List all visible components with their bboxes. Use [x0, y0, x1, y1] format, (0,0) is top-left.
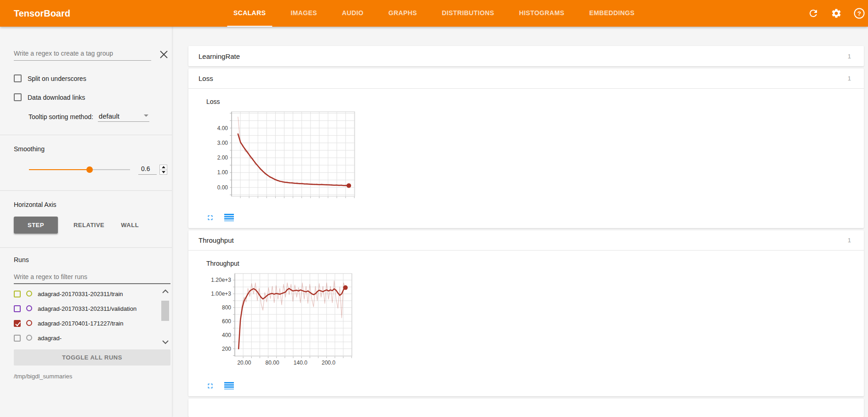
- latest-point-dot: [343, 286, 348, 290]
- runs-scrollbar[interactable]: [160, 287, 171, 346]
- tab-images[interactable]: IMAGES: [284, 0, 323, 27]
- close-icon[interactable]: [159, 50, 168, 61]
- latest-point-dot: [346, 183, 351, 188]
- y-tick-label: 600: [222, 318, 231, 325]
- tab-histograms[interactable]: HISTOGRAMS: [513, 0, 571, 27]
- run-label: adagrad-20170331-202311/validation: [38, 305, 136, 313]
- tag-regex-input[interactable]: [14, 47, 151, 61]
- y-tick-label: 4.00: [217, 125, 228, 131]
- run-label: adagrad-: [38, 334, 62, 343]
- run-list-item[interactable]: adagrad-20170331-202311/validation: [14, 302, 155, 316]
- section-learningrate: LearningRate 1: [188, 46, 864, 66]
- settings-gear-icon[interactable]: [830, 7, 842, 19]
- run-color-radio[interactable]: [26, 291, 32, 297]
- run-checkbox[interactable]: [14, 291, 21, 297]
- toggle-all-runs-button[interactable]: TOGGLE ALL RUNS: [14, 349, 170, 366]
- header-actions: ?: [807, 7, 865, 19]
- expand-chart-icon[interactable]: [206, 214, 214, 222]
- section-loss: Loss 1 Loss 0.001.002.003.004.00: [188, 69, 864, 228]
- run-checkbox[interactable]: [14, 320, 21, 327]
- tab-distributions[interactable]: DISTRIBUTIONS: [435, 0, 500, 27]
- slider-thumb[interactable]: [86, 166, 93, 173]
- section-header[interactable]: Throughput 1: [188, 230, 864, 251]
- app-header: TensorBoard SCALARSIMAGESAUDIOGRAPHSDIST…: [0, 0, 868, 27]
- y-tick-label: 400: [222, 332, 231, 338]
- smoothing-slider-row: [14, 165, 172, 175]
- help-icon[interactable]: ?: [853, 7, 865, 19]
- tooltip-sorting-label: Tooltip sorting method:: [28, 113, 93, 122]
- chart-plot[interactable]: 0.001.002.003.004.00: [206, 109, 359, 200]
- axis-mode-relative-button[interactable]: RELATIVE: [65, 217, 113, 234]
- smoothing-label: Smoothing: [14, 145, 172, 153]
- run-selector-icon[interactable]: [224, 382, 234, 390]
- refresh-icon[interactable]: [807, 7, 819, 19]
- option-label: Split on underscores: [28, 75, 86, 82]
- slider-fill: [29, 169, 90, 170]
- expand-chart-icon[interactable]: [206, 382, 214, 390]
- run-checkbox[interactable]: [14, 335, 21, 342]
- y-tick-label: 800: [222, 304, 231, 311]
- display-options: Split on underscores Data download links…: [14, 74, 172, 122]
- tag-filter-row: [14, 47, 172, 61]
- next-section-card[interactable]: [188, 399, 864, 417]
- chart-actions: [206, 214, 864, 222]
- main-content[interactable]: LearningRate 1 Loss 1 Loss 0.001.002.003…: [172, 27, 868, 417]
- section-body: Throughput 2004006008001.00e+31.20e+320.…: [188, 251, 864, 396]
- tab-embeddings[interactable]: EMBEDDINGS: [583, 0, 641, 27]
- runs-regex-input[interactable]: [14, 271, 170, 284]
- stepper-up-icon[interactable]: [160, 165, 167, 170]
- stepper-down-icon[interactable]: [160, 170, 167, 175]
- tab-audio[interactable]: AUDIO: [335, 0, 370, 27]
- run-color-radio[interactable]: [26, 305, 32, 311]
- section-title: Throughput: [199, 236, 234, 244]
- smoothing-section: Smoothing: [14, 135, 172, 175]
- horizontal-axis-label: Horizontal Axis: [14, 201, 172, 208]
- run-list-item[interactable]: adagrad-20170331-202311/train: [14, 287, 155, 302]
- run-selector-icon[interactable]: [224, 214, 234, 222]
- scalar-sections: LearningRate 1 Loss 1 Loss 0.001.002.003…: [188, 46, 864, 417]
- run-color-radio[interactable]: [26, 320, 32, 326]
- run-checkbox[interactable]: [14, 305, 21, 312]
- section-header[interactable]: Loss 1: [188, 69, 864, 89]
- y-tick-label: 200: [222, 346, 231, 352]
- run-label: adagrad-20170331-202311/train: [38, 290, 123, 298]
- series-smoothed: [238, 288, 346, 349]
- svg-text:?: ?: [857, 10, 861, 17]
- data-download-links-option[interactable]: Data download links: [14, 93, 172, 101]
- tooltip-sorting-dropdown[interactable]: default: [98, 112, 149, 122]
- scroll-down-icon[interactable]: [161, 338, 170, 346]
- option-label: Data download links: [28, 94, 85, 101]
- dropdown-value: default: [99, 112, 119, 120]
- runs-filter-row: [14, 271, 172, 284]
- y-tick-label: 0.00: [217, 184, 228, 191]
- chart-card: Throughput 2004006008001.00e+31.20e+320.…: [206, 260, 864, 390]
- nav-tabs: SCALARSIMAGESAUDIOGRAPHSDISTRIBUTIONSHIS…: [221, 0, 647, 27]
- chevron-down-icon: [144, 114, 148, 117]
- run-color-radio[interactable]: [26, 335, 32, 341]
- horizontal-axis-section: Horizontal Axis STEPRELATIVEWALL: [14, 191, 172, 234]
- split-underscores-option[interactable]: Split on underscores: [14, 74, 172, 82]
- run-list-item-clipped[interactable]: adagrad-: [14, 331, 155, 346]
- axis-mode-wall-button[interactable]: WALL: [113, 217, 147, 234]
- chart-plot[interactable]: 2004006008001.00e+31.20e+320.0080.00140.…: [206, 271, 357, 368]
- tooltip-sorting-row: Tooltip sorting method: default: [28, 112, 172, 122]
- runs-list: adagrad-20170331-202311/train adagrad-20…: [14, 287, 172, 346]
- axis-mode-step-button[interactable]: STEP: [14, 217, 58, 234]
- y-tick-label: 2.00: [217, 154, 228, 161]
- run-list-item[interactable]: adagrad-20170401-171227/train: [14, 316, 155, 331]
- section-header[interactable]: LearningRate 1: [188, 46, 864, 66]
- tab-graphs[interactable]: GRAPHS: [382, 0, 423, 27]
- scrollbar-thumb[interactable]: [161, 301, 169, 321]
- sidebar: Split on underscores Data download links…: [0, 27, 172, 417]
- section-count-badge: 1: [848, 53, 851, 60]
- tab-scalars[interactable]: SCALARS: [227, 0, 272, 27]
- checkbox-icon[interactable]: [14, 74, 22, 82]
- smoothing-stepper[interactable]: [159, 165, 167, 175]
- runs-label: Runs: [14, 256, 172, 263]
- scroll-up-icon[interactable]: [161, 288, 170, 295]
- smoothing-slider[interactable]: [29, 166, 130, 173]
- checkbox-icon[interactable]: [14, 93, 22, 101]
- smoothing-value-input[interactable]: [138, 165, 157, 174]
- x-tick-label: 200.0: [322, 360, 335, 366]
- runs-section: Runs adagrad-20170331-202311/train adagr…: [14, 248, 172, 380]
